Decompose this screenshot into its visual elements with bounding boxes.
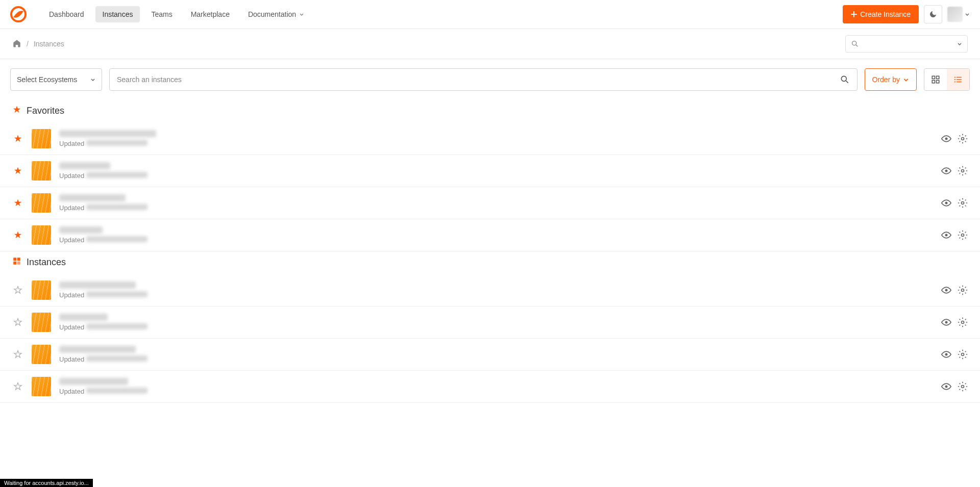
favorite-toggle[interactable] — [12, 230, 23, 240]
settings-icon[interactable] — [958, 285, 968, 295]
row-actions — [941, 134, 968, 144]
svg-point-15 — [962, 202, 964, 204]
ecosystem-select-label: Select Ecosystems — [17, 75, 77, 84]
settings-icon[interactable] — [958, 166, 968, 176]
instance-row[interactable]: xUpdated x — [0, 339, 980, 371]
controls-row: Select Ecosystems Order by — [0, 59, 980, 100]
instance-text: xUpdated x — [59, 162, 933, 180]
svg-rect-18 — [13, 258, 16, 261]
instances-icon — [12, 257, 21, 268]
instance-row[interactable]: xUpdated x — [0, 371, 980, 403]
nav-item-dashboard[interactable]: Dashboard — [42, 6, 91, 22]
svg-rect-4 — [937, 76, 939, 79]
star-outline-icon[interactable] — [13, 318, 22, 327]
settings-icon[interactable] — [958, 134, 968, 144]
user-menu[interactable] — [947, 7, 970, 22]
star-outline-icon[interactable] — [13, 350, 22, 359]
grid-icon — [931, 75, 940, 84]
instance-row[interactable]: xUpdated x — [0, 274, 980, 306]
favorite-toggle[interactable] — [12, 382, 23, 391]
settings-icon[interactable] — [958, 381, 968, 392]
instance-title: x — [59, 226, 933, 235]
svg-point-1 — [852, 41, 856, 45]
svg-point-11 — [962, 138, 964, 140]
svg-point-26 — [945, 353, 948, 356]
preview-icon[interactable] — [941, 285, 951, 295]
star-filled-icon[interactable] — [13, 166, 22, 175]
favorite-toggle[interactable] — [12, 198, 23, 208]
svg-point-8 — [954, 79, 955, 80]
favorite-toggle[interactable] — [12, 318, 23, 327]
svg-point-16 — [945, 234, 948, 237]
favorites-title: Favorites — [27, 106, 64, 116]
svg-rect-5 — [932, 81, 935, 83]
instance-updated: Updated x — [59, 172, 933, 180]
breadcrumb-search-input[interactable] — [863, 40, 953, 48]
instance-thumbnail — [32, 377, 51, 396]
star-filled-icon[interactable] — [13, 198, 22, 208]
settings-icon[interactable] — [958, 317, 968, 327]
svg-rect-6 — [937, 81, 939, 83]
row-actions — [941, 198, 968, 208]
star-filled-icon[interactable] — [13, 230, 22, 240]
status-bar: Waiting for accounts.api.zesty.io... — [0, 479, 93, 487]
nav-item-teams[interactable]: Teams — [144, 6, 179, 22]
settings-icon[interactable] — [958, 349, 968, 360]
instance-title: x — [59, 378, 933, 386]
favorite-toggle[interactable] — [12, 134, 23, 143]
instance-row[interactable]: xUpdated x — [0, 219, 980, 251]
grid-view-button[interactable] — [924, 69, 947, 90]
search-icon — [851, 40, 859, 48]
preview-icon[interactable] — [941, 349, 951, 360]
nav-item-marketplace[interactable]: Marketplace — [184, 6, 237, 22]
instance-updated: Updated x — [59, 355, 933, 363]
preview-icon[interactable] — [941, 230, 951, 240]
instance-row[interactable]: xUpdated x — [0, 306, 980, 339]
star-outline-icon[interactable] — [13, 286, 22, 295]
favorites-list: xUpdated xxUpdated xxUpdated xxUpdated x — [0, 123, 980, 251]
settings-icon[interactable] — [958, 230, 968, 240]
order-by-button[interactable]: Order by — [865, 68, 917, 91]
instance-updated: Updated x — [59, 323, 933, 331]
breadcrumb-search[interactable] — [845, 35, 968, 53]
search-icon[interactable] — [840, 74, 850, 85]
nav-item-documentation[interactable]: Documentation — [241, 6, 311, 22]
instance-text: xUpdated x — [59, 378, 933, 395]
chevron-down-icon[interactable] — [957, 41, 962, 46]
star-filled-icon[interactable] — [13, 134, 22, 143]
nav-item-instances[interactable]: Instances — [95, 6, 140, 22]
theme-toggle-button[interactable] — [924, 5, 942, 23]
svg-point-7 — [954, 76, 955, 78]
instance-text: xUpdated x — [59, 281, 933, 299]
preview-icon[interactable] — [941, 198, 951, 208]
list-view-button[interactable] — [947, 69, 969, 90]
ecosystem-select[interactable]: Select Ecosystems — [10, 68, 102, 91]
row-actions — [941, 285, 968, 295]
svg-point-14 — [945, 202, 948, 204]
favorite-toggle[interactable] — [12, 166, 23, 175]
logo[interactable] — [10, 6, 27, 22]
favorite-toggle[interactable] — [12, 286, 23, 295]
instance-row[interactable]: xUpdated x — [0, 123, 980, 155]
star-outline-icon[interactable] — [13, 382, 22, 391]
preview-icon[interactable] — [941, 166, 951, 176]
preview-icon[interactable] — [941, 317, 951, 327]
create-instance-button[interactable]: Create Instance — [843, 5, 919, 23]
favorite-toggle[interactable] — [12, 350, 23, 359]
chevron-down-icon — [965, 12, 970, 17]
instance-row[interactable]: xUpdated x — [0, 155, 980, 187]
instance-row[interactable]: xUpdated x — [0, 187, 980, 219]
moon-icon — [929, 10, 937, 18]
preview-icon[interactable] — [941, 381, 951, 392]
svg-point-12 — [945, 170, 948, 172]
settings-icon[interactable] — [958, 198, 968, 208]
preview-icon[interactable] — [941, 134, 951, 144]
instance-text: xUpdated x — [59, 130, 933, 147]
home-icon[interactable] — [12, 39, 21, 49]
list-icon — [953, 75, 963, 84]
instance-title: x — [59, 346, 933, 354]
search-instances-input[interactable] — [117, 75, 840, 84]
order-by-label: Order by — [872, 75, 900, 84]
svg-point-29 — [962, 386, 964, 388]
instances-header: Instances — [0, 251, 980, 274]
